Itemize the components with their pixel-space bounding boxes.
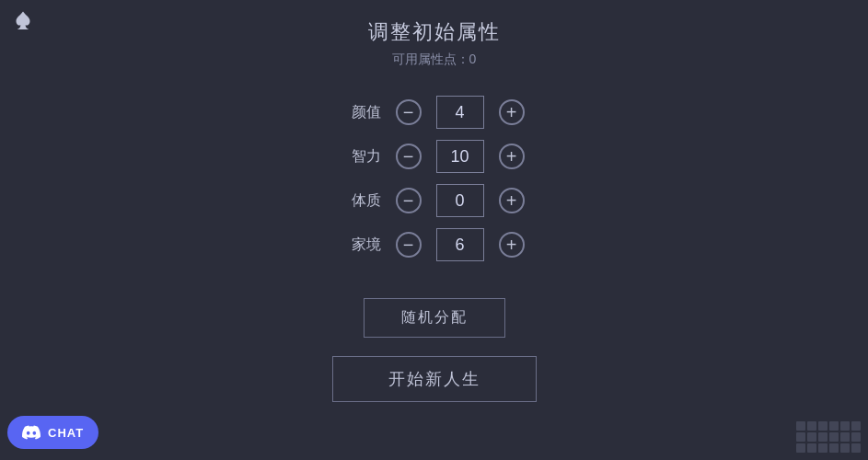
appearance-value: 4 xyxy=(436,96,484,129)
appearance-minus-button[interactable]: − xyxy=(396,99,422,125)
page-title: 调整初始属性 xyxy=(368,18,501,46)
constitution-value: 0 xyxy=(436,184,484,217)
start-new-life-button[interactable]: 开始新人生 xyxy=(332,356,537,402)
attr-label-appearance: 颜值 xyxy=(344,103,381,122)
random-distribute-button[interactable]: 随机分配 xyxy=(364,298,505,338)
attribute-row-appearance: 颜值 − 4 + xyxy=(344,96,525,129)
logo-icon xyxy=(9,9,37,37)
intelligence-value: 10 xyxy=(436,140,484,173)
chat-button[interactable]: CHAT xyxy=(7,416,98,449)
intelligence-plus-button[interactable]: + xyxy=(499,144,525,169)
constitution-plus-button[interactable]: + xyxy=(499,188,525,213)
background-plus-button[interactable]: + xyxy=(499,232,525,258)
intelligence-minus-button[interactable]: − xyxy=(396,144,422,169)
appearance-plus-button[interactable]: + xyxy=(499,99,525,125)
chat-label: CHAT xyxy=(48,426,84,440)
attr-label-background: 家境 xyxy=(344,236,381,255)
discord-icon xyxy=(22,423,41,442)
main-container: 调整初始属性 可用属性点：0 颜值 − 4 + 智力 − 10 + 体质 − 0… xyxy=(0,0,868,460)
attributes-panel: 颜值 − 4 + 智力 − 10 + 体质 − 0 + 家境 − 6 + xyxy=(344,96,525,261)
bottom-right-decoration xyxy=(796,421,861,453)
attribute-row-background: 家境 − 6 + xyxy=(344,228,525,261)
attr-label-constitution: 体质 xyxy=(344,191,381,211)
attr-label-intelligence: 智力 xyxy=(344,147,381,167)
background-minus-button[interactable]: − xyxy=(396,232,422,258)
background-value: 6 xyxy=(436,228,484,261)
attribute-row-intelligence: 智力 − 10 + xyxy=(344,140,525,173)
constitution-minus-button[interactable]: − xyxy=(396,188,422,213)
attribute-row-constitution: 体质 − 0 + xyxy=(344,184,525,217)
available-points-label: 可用属性点：0 xyxy=(392,52,477,68)
